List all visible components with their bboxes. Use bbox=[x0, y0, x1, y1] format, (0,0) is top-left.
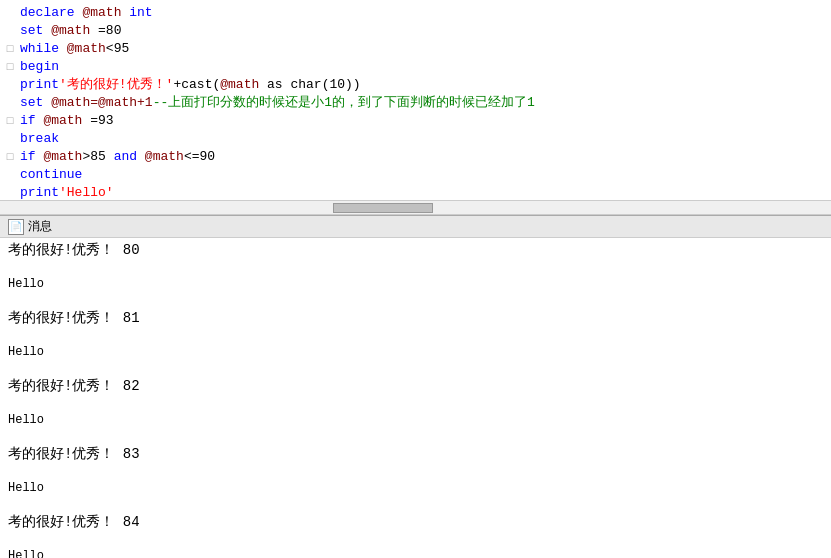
code-tokens: if @math =93 bbox=[20, 112, 831, 130]
code-line: continue bbox=[0, 166, 831, 184]
messages-content[interactable]: 考的很好!优秀！ 80Hello考的很好!优秀！ 81Hello考的很好!优秀！… bbox=[0, 238, 831, 558]
token: <=90 bbox=[184, 149, 215, 164]
gutter-icon: □ bbox=[0, 40, 20, 58]
token: and bbox=[114, 149, 145, 164]
token: print bbox=[20, 185, 59, 200]
token: @math bbox=[220, 77, 259, 92]
token: if bbox=[20, 113, 43, 128]
code-tokens: print'Hello' bbox=[20, 184, 831, 200]
token: +cast( bbox=[173, 77, 220, 92]
token: @math bbox=[67, 41, 106, 56]
code-tokens: break bbox=[20, 130, 831, 148]
code-line: set @math =80 bbox=[0, 22, 831, 40]
token: continue bbox=[20, 167, 82, 182]
code-editor: declare @math int set @math =80□while @m… bbox=[0, 0, 831, 215]
token: @math bbox=[145, 149, 184, 164]
token: begin bbox=[20, 59, 59, 74]
code-line: □while @math<95 bbox=[0, 40, 831, 58]
messages-header: 📄 消息 bbox=[0, 216, 831, 238]
code-line: □ if @math>85 and @math<=90 bbox=[0, 148, 831, 166]
code-line: declare @math int bbox=[0, 4, 831, 22]
horizontal-scrollbar[interactable] bbox=[0, 200, 831, 214]
code-tokens: set @math=@math+1--上面打印分数的时候还是小1的，到了下面判断… bbox=[20, 94, 831, 112]
messages-label: 消息 bbox=[28, 218, 52, 235]
message-line: Hello bbox=[8, 344, 823, 361]
code-line: break bbox=[0, 130, 831, 148]
message-line: Hello bbox=[8, 548, 823, 558]
token: @math bbox=[43, 149, 82, 164]
gutter-icon: □ bbox=[0, 148, 20, 166]
token: break bbox=[20, 131, 59, 146]
code-area[interactable]: declare @math int set @math =80□while @m… bbox=[0, 0, 831, 200]
code-tokens: declare @math int bbox=[20, 4, 831, 22]
gutter-icon: □ bbox=[0, 58, 20, 76]
token: @math=@math+1 bbox=[51, 95, 152, 110]
messages-icon: 📄 bbox=[8, 219, 24, 235]
token: if bbox=[20, 149, 43, 164]
token: =80 bbox=[98, 23, 121, 38]
code-tokens: if @math>85 and @math<=90 bbox=[20, 148, 831, 166]
message-line: 考的很好!优秀！ 83 bbox=[8, 446, 823, 463]
messages-panel: 📄 消息 考的很好!优秀！ 80Hello考的很好!优秀！ 81Hello考的很… bbox=[0, 215, 831, 558]
message-line: Hello bbox=[8, 412, 823, 429]
code-tokens: set @math =80 bbox=[20, 22, 831, 40]
scrollbar-thumb[interactable] bbox=[333, 203, 433, 213]
code-line: set @math=@math+1--上面打印分数的时候还是小1的，到了下面判断… bbox=[0, 94, 831, 112]
token: print bbox=[20, 77, 59, 92]
token: declare bbox=[20, 5, 82, 20]
token: @math bbox=[43, 113, 90, 128]
message-line: 考的很好!优秀！ 84 bbox=[8, 514, 823, 531]
gutter-icon: □ bbox=[0, 112, 20, 130]
token: --上面打印分数的时候还是小1的，到了下面判断的时候已经加了1 bbox=[153, 95, 535, 110]
code-tokens: while @math<95 bbox=[20, 40, 831, 58]
code-tokens: begin bbox=[20, 58, 831, 76]
code-line: □ if @math =93 bbox=[0, 112, 831, 130]
code-tokens: print'考的很好!优秀！'+cast(@math as char(10)) bbox=[20, 76, 831, 94]
token: <95 bbox=[106, 41, 129, 56]
code-tokens: continue bbox=[20, 166, 831, 184]
code-line: □begin bbox=[0, 58, 831, 76]
token: @math bbox=[82, 5, 129, 20]
message-line: 考的很好!优秀！ 81 bbox=[8, 310, 823, 327]
token: while bbox=[20, 41, 67, 56]
code-line: print'考的很好!优秀！'+cast(@math as char(10)) bbox=[0, 76, 831, 94]
token: >85 bbox=[82, 149, 113, 164]
message-line: Hello bbox=[8, 276, 823, 293]
token: 'Hello' bbox=[59, 185, 114, 200]
token: as char(10)) bbox=[259, 77, 360, 92]
message-line: 考的很好!优秀！ 82 bbox=[8, 378, 823, 395]
token: '考的很好!优秀！' bbox=[59, 77, 173, 92]
token: set bbox=[20, 95, 51, 110]
token: @math bbox=[51, 23, 98, 38]
token: int bbox=[129, 5, 152, 20]
code-line: print'Hello' bbox=[0, 184, 831, 200]
message-line: 考的很好!优秀！ 80 bbox=[8, 242, 823, 259]
token: set bbox=[20, 23, 51, 38]
token: =93 bbox=[90, 113, 113, 128]
message-line: Hello bbox=[8, 480, 823, 497]
